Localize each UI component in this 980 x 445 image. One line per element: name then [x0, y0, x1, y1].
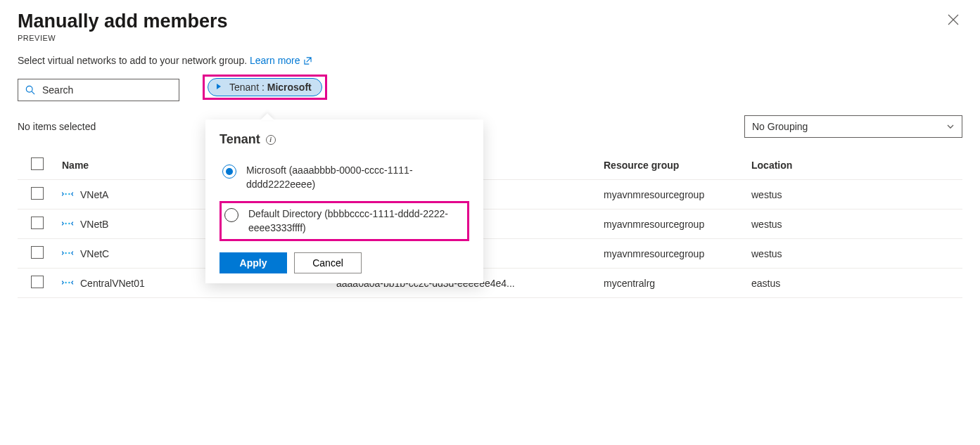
selection-row: No items selected No Grouping	[18, 115, 962, 138]
tenant-radio-option[interactable]: Microsoft (aaaabbbb-0000-cccc-1111-dddd2…	[219, 160, 469, 195]
table-row[interactable]: CentralVNet01aaaa0a0a-bb1b-cc2c-dd3d-eee…	[18, 269, 962, 298]
vnet-name: CentralVNet01	[80, 278, 145, 289]
cell-location: westus	[746, 180, 962, 209]
table-row[interactable]: VNetBd3d-eeeeee4e4...myavnmresourcegroup…	[18, 209, 962, 239]
cell-resource-group: myavnmresourcegroup	[598, 180, 746, 209]
cell-location: westus	[746, 239, 962, 269]
radio-button[interactable]	[224, 208, 238, 222]
search-input[interactable]	[42, 84, 172, 96]
tenant-radio-option[interactable]: Default Directory (bbbbcccc-1111-dddd-22…	[219, 201, 469, 241]
tenant-popup: Tenant i Microsoft (aaaabbbb-0000-cccc-1…	[205, 120, 483, 283]
tenant-filter-pill[interactable]: Tenant : Microsoft	[208, 78, 322, 96]
svg-point-6	[65, 252, 67, 254]
vnet-icon	[62, 219, 73, 230]
header: Manually add members PREVIEW	[18, 11, 962, 42]
radio-label: Default Directory (bbbbcccc-1111-dddd-22…	[248, 207, 464, 235]
cell-location: eastus	[746, 269, 962, 298]
svg-line-1	[32, 91, 34, 94]
tenant-filter-label: Tenant :	[229, 82, 265, 93]
vnet-name: VNetC	[80, 248, 109, 259]
search-icon	[25, 85, 35, 95]
description-text: Select virtual networks to add to your n…	[18, 55, 250, 66]
svg-point-7	[68, 252, 70, 254]
cell-resource-group: mycentralrg	[598, 269, 746, 298]
svg-point-9	[68, 281, 70, 283]
svg-point-3	[68, 193, 70, 195]
radio-label: Microsoft (aaaabbbb-0000-cccc-1111-dddd2…	[246, 164, 466, 191]
select-all-checkbox[interactable]	[31, 157, 44, 170]
tenant-popup-title: Tenant	[219, 132, 260, 147]
filter-play-icon	[215, 83, 222, 91]
vnet-icon	[62, 189, 73, 200]
table-row[interactable]: VNetCd3d-eeeeee4e4...myavnmresourcegroup…	[18, 239, 962, 269]
info-icon[interactable]: i	[266, 135, 276, 145]
vnet-icon	[62, 278, 73, 289]
grouping-value: No Grouping	[752, 121, 808, 132]
svg-point-0	[26, 86, 32, 92]
row-checkbox[interactable]	[31, 187, 44, 200]
vnet-icon	[62, 248, 73, 259]
search-box[interactable]	[18, 79, 179, 101]
row-checkbox[interactable]	[31, 217, 44, 229]
selection-status: No items selected	[18, 121, 96, 132]
cell-resource-group: myavnmresourcegroup	[598, 209, 746, 239]
cell-resource-group: myavnmresourcegroup	[598, 239, 746, 269]
page-title: Manually add members	[18, 11, 962, 32]
learn-more-link[interactable]: Learn more	[250, 55, 312, 66]
svg-point-5	[68, 222, 70, 224]
toolbar-row: Tenant : Microsoft	[18, 79, 962, 101]
chevron-down-icon	[946, 122, 955, 131]
col-header-resource-group[interactable]: Resource group	[598, 150, 746, 180]
close-button[interactable]	[948, 14, 959, 29]
vnet-name: VNetB	[80, 219, 108, 230]
external-link-icon	[304, 57, 312, 65]
table-row[interactable]: VNetAd3d-eeeeee4e4...myavnmresourcegroup…	[18, 180, 962, 209]
description-row: Select virtual networks to add to your n…	[18, 55, 962, 66]
row-checkbox[interactable]	[31, 246, 44, 259]
radio-button[interactable]	[222, 165, 236, 179]
grouping-select[interactable]: No Grouping	[744, 115, 962, 138]
svg-point-8	[65, 281, 67, 283]
cell-location: westus	[746, 209, 962, 239]
tenant-popup-title-row: Tenant i	[219, 132, 469, 147]
row-checkbox[interactable]	[31, 276, 44, 288]
col-header-location[interactable]: Location	[746, 150, 962, 180]
vnet-name: VNetA	[80, 189, 108, 200]
svg-point-2	[65, 193, 67, 195]
preview-label: PREVIEW	[18, 34, 962, 42]
cancel-button[interactable]: Cancel	[294, 252, 362, 273]
tenant-filter-value: Microsoft	[267, 82, 312, 93]
svg-point-4	[65, 222, 67, 224]
apply-button[interactable]: Apply	[219, 252, 287, 273]
learn-more-label: Learn more	[250, 55, 300, 66]
close-icon	[948, 14, 959, 25]
vnet-table: Name Subscription Resource group Locatio…	[18, 150, 962, 298]
tenant-filter-highlight: Tenant : Microsoft	[203, 75, 327, 100]
popup-button-row: Apply Cancel	[219, 252, 469, 273]
